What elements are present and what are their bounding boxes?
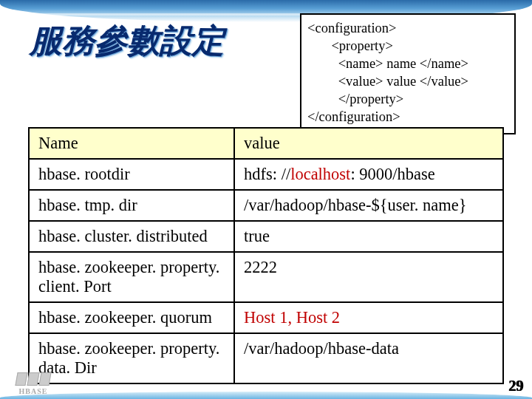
table-row: hbase. zookeeper. property. data. Dir /v…: [29, 333, 503, 383]
cell-value: /var/hadoop/hbase-data: [234, 333, 503, 383]
xml-line: <name> name </name>: [307, 55, 508, 72]
bottom-decor: [0, 392, 532, 399]
value-host: Host 1, Host 2: [244, 308, 340, 327]
value-text: hdfs: //: [244, 165, 290, 183]
xml-line: <property>: [307, 37, 508, 55]
page-number: 29: [508, 378, 523, 395]
value-text: /var/hadoop/hbase-data: [244, 339, 399, 358]
col-header-value: value: [234, 128, 503, 159]
xml-example-box: <configuration> <property> <name> name <…: [300, 13, 516, 134]
cell-value: /var/hadoop/hbase-${user. name}: [234, 190, 503, 221]
cell-name: hbase. tmp. dir: [29, 190, 234, 221]
table-row: hbase. tmp. dir /var/hadoop/hbase-${user…: [29, 190, 503, 221]
table-row: hbase. zookeeper. quorum Host 1, Host 2: [29, 302, 503, 333]
xml-line: </configuration>: [307, 108, 508, 126]
table-row: hbase. zookeeper. property. client. Port…: [29, 252, 503, 302]
cell-value: 2222: [234, 252, 503, 302]
xml-line: </property>: [307, 90, 508, 108]
logo-mark-icon: [15, 372, 51, 386]
logo-text: HBASE: [19, 387, 48, 395]
table-row: hbase. cluster. distributed true: [29, 221, 503, 252]
value-text: /var/hadoop/hbase-${user. name}: [244, 196, 467, 214]
page-title: 服務參數設定: [30, 19, 225, 63]
hbase-logo: HBASE: [6, 372, 61, 398]
config-table: Name value hbase. rootdir hdfs: //localh…: [28, 127, 502, 384]
value-text: true: [244, 227, 270, 245]
cell-value: hdfs: //localhost: 9000/hbase: [234, 159, 503, 190]
table-row: hbase. rootdir hdfs: //localhost: 9000/h…: [29, 159, 503, 190]
cell-value: true: [234, 221, 503, 252]
col-header-name: Name: [29, 128, 234, 159]
cell-name: hbase. rootdir: [29, 159, 234, 190]
xml-line: <value> value </value>: [307, 72, 508, 90]
cell-value: Host 1, Host 2: [234, 302, 503, 333]
cell-name: hbase. zookeeper. property. client. Port: [29, 252, 234, 302]
xml-line: <configuration>: [307, 19, 508, 37]
value-text: 2222: [244, 258, 277, 276]
cell-name: hbase. cluster. distributed: [29, 221, 234, 252]
value-text: : 9000/hbase: [350, 165, 434, 183]
cell-name: hbase. zookeeper. quorum: [29, 302, 234, 333]
value-host: localhost: [290, 165, 350, 183]
table-header-row: Name value: [29, 128, 503, 159]
